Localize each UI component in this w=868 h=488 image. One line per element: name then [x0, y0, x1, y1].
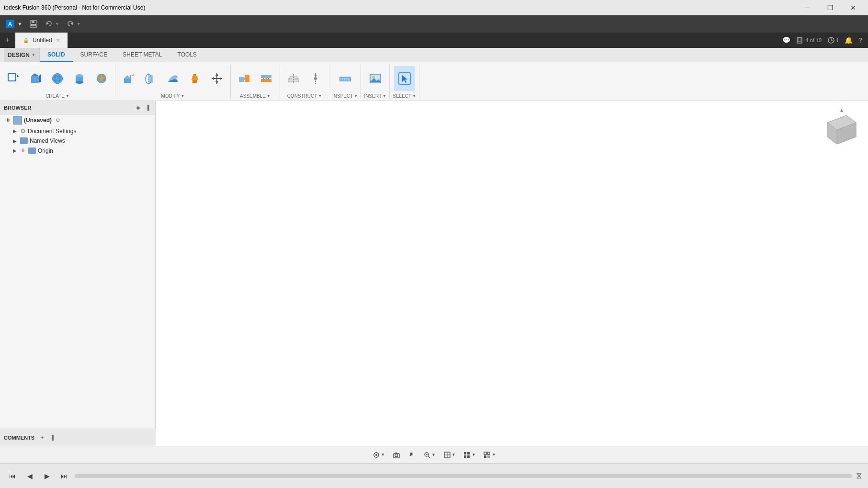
new-tab-button[interactable]: +: [0, 33, 15, 48]
plane-button[interactable]: [283, 66, 304, 91]
tab-tools[interactable]: TOOLS: [170, 48, 204, 62]
select-items: [394, 64, 415, 92]
sphere-button[interactable]: [47, 66, 68, 91]
browser-item-unsaved[interactable]: 👁 (Unsaved) ⚙: [0, 114, 155, 126]
inspect-items: [335, 64, 356, 92]
timeline-track[interactable]: [75, 474, 852, 478]
ribbon-group-assemble: ASSEMBLE ▼: [231, 64, 280, 99]
revolve-button[interactable]: [140, 66, 161, 91]
browser-item-document-settings[interactable]: ▶ ⚙ Document Settings: [0, 126, 155, 136]
grid-dropdown[interactable]: ▼: [472, 453, 475, 457]
design-mode-dropdown[interactable]: DESIGN ▼: [4, 48, 40, 62]
timeline-filter-icon[interactable]: ⧖: [856, 471, 862, 481]
insert-label[interactable]: INSERT ▼: [364, 93, 386, 99]
clock-icon: [827, 36, 835, 44]
comments-panel-toggle[interactable]: ▐: [48, 434, 56, 442]
more-dropdown[interactable]: ▼: [492, 453, 496, 457]
joint-button[interactable]: [234, 66, 255, 91]
expand-named-views-arrow[interactable]: ▶: [11, 137, 18, 144]
browser-panel-toggle[interactable]: ▐: [144, 104, 151, 112]
cylinder-button[interactable]: [69, 66, 90, 91]
notifications-icon[interactable]: 🔔: [843, 34, 855, 46]
visibility-icon[interactable]: 👁: [4, 116, 11, 124]
settings-icon[interactable]: ⚙: [56, 117, 60, 124]
select-dropdown-arrow: ▼: [412, 94, 416, 98]
more-options-button[interactable]: ▼: [480, 450, 498, 460]
svg-rect-95: [484, 455, 486, 458]
play-button[interactable]: ▶: [40, 469, 54, 483]
step-back-button[interactable]: ◀: [23, 469, 36, 483]
expand-document-settings-arrow[interactable]: ▶: [11, 128, 18, 135]
close-button[interactable]: ✕: [842, 0, 864, 15]
pan-button[interactable]: [405, 450, 418, 460]
tab-bar-right-controls: 💬 4 of 10 1 🔔 ?: [780, 34, 868, 46]
timer-icon[interactable]: 1: [825, 34, 841, 46]
assemble-label[interactable]: ASSEMBLE ▼: [240, 93, 271, 99]
view-cube[interactable]: ▲: [820, 106, 863, 149]
tab-solid[interactable]: SOLID: [40, 48, 73, 62]
svg-marker-29: [132, 73, 134, 76]
pivot-dropdown[interactable]: ▼: [381, 453, 385, 457]
svg-marker-38: [215, 73, 218, 76]
svg-point-18: [52, 73, 63, 84]
browser-item-named-views[interactable]: ▶ Named Views: [0, 136, 155, 146]
create-label[interactable]: CREATE ▼: [45, 93, 69, 99]
modify-label[interactable]: MODIFY ▼: [161, 93, 185, 99]
tab-close-icon[interactable]: ✕: [56, 38, 60, 43]
camera-button[interactable]: [390, 450, 403, 460]
display-mode-button[interactable]: ▼: [440, 450, 459, 460]
pivot-button[interactable]: ▼: [370, 450, 388, 460]
add-comment-button[interactable]: +: [38, 434, 46, 442]
box-button[interactable]: [25, 66, 46, 91]
canvas-area[interactable]: ▲: [156, 101, 868, 446]
redo-button[interactable]: ▼: [63, 17, 84, 31]
zoom-button[interactable]: ▼: [420, 450, 439, 460]
origin-visibility-icon[interactable]: 👁: [20, 147, 26, 154]
tab-sheet-metal[interactable]: SHEET METAL: [115, 48, 169, 62]
select-label[interactable]: SELECT ▼: [393, 93, 416, 99]
svg-rect-46: [261, 79, 271, 82]
save-button[interactable]: [26, 17, 41, 31]
joint-icon: [237, 71, 252, 86]
feedback-icon[interactable]: 💬: [780, 34, 792, 46]
rigid-joint-button[interactable]: [256, 66, 277, 91]
browser-item-origin[interactable]: ▶ 👁 Origin: [0, 146, 155, 156]
undo-button[interactable]: ▼: [42, 17, 62, 31]
go-to-start-button[interactable]: ⏮: [6, 469, 19, 483]
save-icon: [29, 20, 38, 28]
tab-untitled[interactable]: 🔒 Untitled ✕: [15, 33, 68, 48]
expand-origin-arrow[interactable]: ▶: [11, 148, 18, 154]
svg-rect-94: [487, 452, 490, 454]
go-to-end-button[interactable]: ⏭: [57, 469, 71, 483]
svg-point-80: [395, 454, 398, 457]
loft-button[interactable]: [184, 66, 205, 91]
select-button[interactable]: [394, 66, 415, 91]
sweep-button[interactable]: [162, 66, 183, 91]
zoom-dropdown[interactable]: ▼: [432, 453, 436, 457]
minimize-button[interactable]: ─: [796, 0, 818, 15]
new-component-icon: [6, 71, 21, 86]
redo-icon: [66, 20, 75, 28]
restore-button[interactable]: ❐: [819, 0, 841, 15]
insert-dropdown-arrow: ▼: [383, 94, 386, 98]
measure-icon: [338, 71, 353, 86]
extrude-button[interactable]: [118, 66, 139, 91]
measure-button[interactable]: [335, 66, 356, 91]
inspect-label[interactable]: INSPECT ▼: [332, 93, 358, 99]
insert-image-button[interactable]: [365, 66, 386, 91]
browser-collapse-button[interactable]: ◉: [134, 104, 142, 112]
gear-icon: ⚙: [20, 127, 26, 135]
unsaved-label: (Unsaved): [24, 117, 52, 124]
grid-button[interactable]: ▼: [460, 450, 478, 460]
new-component-button[interactable]: [3, 66, 24, 91]
axis-button[interactable]: [305, 66, 326, 91]
redo-arrow: ▼: [77, 22, 81, 26]
comments-controls: + ▐: [38, 434, 56, 442]
special-shape-button[interactable]: [91, 66, 112, 91]
app-menu-button[interactable]: A ▼: [2, 17, 25, 31]
help-icon[interactable]: ?: [857, 34, 864, 46]
move-button[interactable]: [206, 66, 227, 91]
tab-surface[interactable]: SURFACE: [73, 48, 115, 62]
construct-label[interactable]: CONSTRUCT ▼: [287, 93, 322, 99]
display-dropdown[interactable]: ▼: [452, 453, 456, 457]
